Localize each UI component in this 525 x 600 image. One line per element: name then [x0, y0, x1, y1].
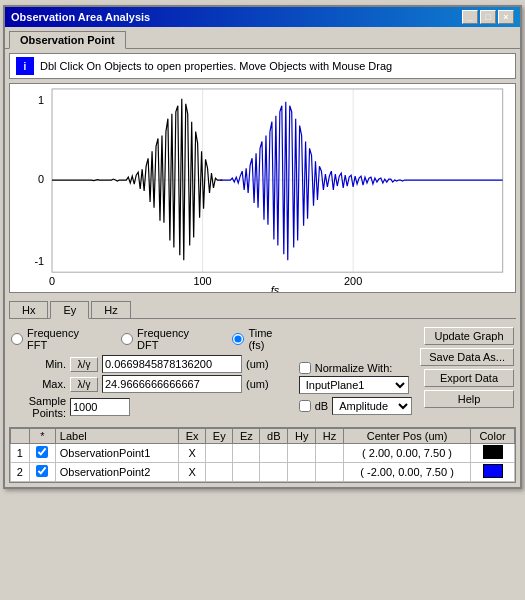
sample-row: Sample Points: — [11, 395, 291, 419]
normalize-select-row: InputPlane1 — [299, 376, 412, 394]
normalize-label: Normalize With: — [315, 362, 393, 374]
row2-num: 2 — [11, 463, 30, 482]
svg-text:0: 0 — [49, 275, 55, 287]
row1-db — [260, 444, 288, 463]
row2-center-pos: ( -2.00, 0.00, 7.50 ) — [343, 463, 470, 482]
col-db: dB — [260, 429, 288, 444]
tab-hz[interactable]: Hz — [91, 301, 130, 318]
table-header-row: * Label Ex Ey Ez dB Hy Hz Center Pos (um… — [11, 429, 515, 444]
col-ey: Ey — [206, 429, 233, 444]
amplitude-select[interactable]: Amplitude — [332, 397, 412, 415]
normalize-checkbox[interactable] — [299, 362, 311, 374]
row1-hy — [288, 444, 316, 463]
save-data-button[interactable]: Save Data As... — [420, 348, 514, 366]
update-graph-button[interactable]: Update Graph — [424, 327, 514, 345]
time-fs-radio[interactable] — [232, 333, 244, 345]
min-lambda-button[interactable]: λ/γ — [70, 357, 98, 372]
normalize-column: Normalize With: InputPlane1 dB Amplitude — [299, 327, 412, 419]
observation-table: * Label Ex Ey Ez dB Hy Hz Center Pos (um… — [9, 427, 516, 483]
svg-text:-1: -1 — [34, 255, 44, 267]
svg-text:1: 1 — [38, 94, 44, 106]
svg-text:fs: fs — [271, 284, 280, 292]
row2-ez — [233, 463, 260, 482]
row1-color-box — [483, 445, 503, 459]
table-row: 1 ObservationPoint1 X ( 2.00, 0.00, 7.50… — [11, 444, 515, 463]
controls-left: Frequency FFT Frequency DFT Time (fs) Mi… — [11, 327, 291, 419]
row2-db — [260, 463, 288, 482]
col-label: Label — [55, 429, 178, 444]
radio-freq-fft: Frequency FFT — [11, 327, 101, 351]
normalize-select[interactable]: InputPlane1 — [299, 376, 409, 394]
db-checkbox[interactable] — [299, 400, 311, 412]
row2-checkbox[interactable] — [36, 465, 48, 477]
minimize-button[interactable]: _ — [462, 10, 478, 24]
normalize-row: Normalize With: — [299, 362, 412, 374]
export-data-button[interactable]: Export Data — [424, 369, 514, 387]
svg-text:200: 200 — [344, 275, 362, 287]
waveform-chart: 1 0 -1 0 100 200 fs — [10, 84, 515, 292]
col-hy: Hy — [288, 429, 316, 444]
info-bar: i Dbl Click On Objects to open propertie… — [9, 53, 516, 79]
tab-hx[interactable]: Hx — [9, 301, 48, 318]
max-unit: (um) — [246, 378, 274, 390]
main-tab-bar: Observation Point — [5, 27, 520, 49]
row1-check — [29, 444, 55, 463]
row2-check — [29, 463, 55, 482]
row2-color — [471, 463, 515, 482]
row1-num: 1 — [11, 444, 30, 463]
min-value-input[interactable] — [102, 355, 242, 373]
freq-fft-radio[interactable] — [11, 333, 23, 345]
window-title: Observation Area Analysis — [11, 11, 150, 23]
col-star: * — [29, 429, 55, 444]
col-center-pos: Center Pos (um) — [343, 429, 470, 444]
info-icon: i — [16, 57, 34, 75]
row1-center-pos: ( 2.00, 0.00, 7.50 ) — [343, 444, 470, 463]
controls-main: Frequency FFT Frequency DFT Time (fs) Mi… — [11, 327, 514, 419]
help-button[interactable]: Help — [424, 390, 514, 408]
row1-ez — [233, 444, 260, 463]
data-table: * Label Ex Ey Ez dB Hy Hz Center Pos (um… — [10, 428, 515, 482]
observation-point-tab[interactable]: Observation Point — [9, 31, 126, 49]
min-unit: (um) — [246, 358, 274, 370]
db-row: dB Amplitude — [299, 397, 412, 415]
svg-text:0: 0 — [38, 173, 44, 185]
row2-color-box — [483, 464, 503, 478]
max-value-input[interactable] — [102, 375, 242, 393]
freq-fft-label: Frequency FFT — [27, 327, 101, 351]
col-num — [11, 429, 30, 444]
col-color: Color — [471, 429, 515, 444]
radio-freq-dft: Frequency DFT — [121, 327, 212, 351]
row2-label: ObservationPoint2 — [55, 463, 178, 482]
freq-dft-label: Frequency DFT — [137, 327, 212, 351]
table-row: 2 ObservationPoint2 X ( -2.00, 0.00, 7.5… — [11, 463, 515, 482]
row1-ex: X — [179, 444, 206, 463]
tab-ey[interactable]: Ey — [50, 301, 89, 319]
graph-tabs-row: Hx Ey Hz — [5, 297, 520, 318]
max-lambda-button[interactable]: λ/γ — [70, 377, 98, 392]
col-ex: Ex — [179, 429, 206, 444]
freq-dft-radio[interactable] — [121, 333, 133, 345]
time-fs-label: Time (fs) — [248, 327, 290, 351]
main-window: Observation Area Analysis _ □ × Observat… — [3, 5, 522, 489]
svg-text:100: 100 — [193, 275, 211, 287]
radio-time-fs: Time (fs) — [232, 327, 290, 351]
controls-panel: Frequency FFT Frequency DFT Time (fs) Mi… — [5, 323, 520, 423]
sample-points-input[interactable] — [70, 398, 130, 416]
info-text: Dbl Click On Objects to open properties.… — [40, 60, 392, 72]
title-bar-buttons: _ □ × — [462, 10, 514, 24]
row1-ey — [206, 444, 233, 463]
max-label: Max. — [11, 378, 66, 390]
db-label: dB — [315, 400, 328, 412]
chart-container: 1 0 -1 0 100 200 fs — [9, 83, 516, 293]
min-label: Min. — [11, 358, 66, 370]
button-column: Update Graph Save Data As... Export Data… — [420, 327, 514, 419]
col-hz: Hz — [316, 429, 344, 444]
row2-ey — [206, 463, 233, 482]
close-button[interactable]: × — [498, 10, 514, 24]
row1-color — [471, 444, 515, 463]
title-bar: Observation Area Analysis _ □ × — [5, 7, 520, 27]
row2-hy — [288, 463, 316, 482]
maximize-button[interactable]: □ — [480, 10, 496, 24]
row1-checkbox[interactable] — [36, 446, 48, 458]
row1-hz-val — [316, 444, 344, 463]
